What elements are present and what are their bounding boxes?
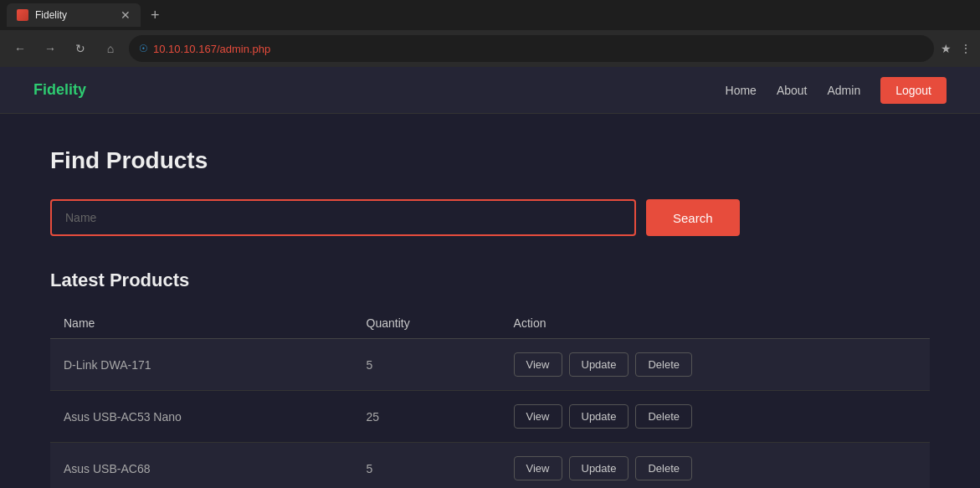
brand-f: F: [33, 81, 43, 98]
navbar: Fidelity Home About Admin Logout: [0, 67, 980, 114]
products-table: Name Quantity Action D-Link DWA-171 5 Vi…: [50, 308, 930, 488]
table-row: D-Link DWA-171 5 View Update Delete: [50, 339, 930, 391]
brand-rest: idelity: [43, 81, 86, 98]
page-title: Find Products: [50, 147, 930, 174]
search-button[interactable]: Search: [646, 199, 740, 236]
delete-button[interactable]: Delete: [635, 404, 692, 429]
security-icon: ☉: [139, 43, 148, 54]
address-bar[interactable]: ☉ 10.10.10.167/admin.php: [129, 35, 934, 62]
product-quantity: 5: [353, 339, 500, 391]
delete-button[interactable]: Delete: [635, 456, 692, 480]
nav-home[interactable]: Home: [726, 84, 757, 97]
view-button[interactable]: View: [514, 456, 562, 480]
logout-button[interactable]: Logout: [880, 77, 947, 104]
url-text: 10.10.10.167/admin.php: [153, 43, 270, 55]
home-button[interactable]: ⌂: [99, 37, 122, 60]
search-section: Search: [50, 199, 930, 236]
product-actions: View Update Delete: [500, 391, 930, 443]
col-action: Action: [500, 308, 930, 339]
tab-close-icon[interactable]: ✕: [121, 8, 131, 22]
tab-favicon: [17, 9, 28, 21]
latest-products-title: Latest Products: [50, 270, 930, 291]
table-row: Asus USB-AC53 Nano 25 View Update Delete: [50, 391, 930, 443]
col-quantity: Quantity: [353, 308, 500, 339]
main-content: Find Products Search Latest Products Nam…: [0, 114, 980, 488]
brand: Fidelity: [33, 81, 86, 99]
product-actions: View Update Delete: [500, 339, 930, 391]
update-button[interactable]: Update: [569, 456, 629, 480]
table-header-row: Name Quantity Action: [50, 308, 930, 339]
active-tab[interactable]: Fidelity ✕: [7, 3, 141, 27]
app-container: Fidelity Home About Admin Logout Find Pr…: [0, 67, 980, 488]
menu-icon[interactable]: ⋮: [960, 42, 972, 55]
nav-links: Home About Admin Logout: [726, 77, 947, 104]
browser-toolbar: ← → ↻ ⌂ ☉ 10.10.10.167/admin.php ★ ⋮: [0, 30, 980, 67]
product-name: D-Link DWA-171: [50, 339, 353, 391]
view-button[interactable]: View: [514, 404, 562, 429]
refresh-button[interactable]: ↻: [69, 37, 92, 60]
product-actions: View Update Delete: [500, 443, 930, 489]
new-tab-button[interactable]: +: [144, 7, 167, 24]
nav-admin[interactable]: Admin: [827, 84, 860, 97]
browser-titlebar: Fidelity ✕ +: [0, 0, 980, 30]
view-button[interactable]: View: [514, 352, 562, 377]
action-buttons: View Update Delete: [514, 456, 916, 480]
nav-about[interactable]: About: [777, 84, 808, 97]
update-button[interactable]: Update: [569, 352, 629, 377]
product-quantity: 25: [353, 391, 500, 443]
product-name: Asus USB-AC68: [50, 443, 353, 489]
tab-title: Fidelity: [35, 9, 67, 21]
search-input[interactable]: [50, 199, 636, 236]
table-row: Asus USB-AC68 5 View Update Delete: [50, 443, 930, 489]
bookmark-icon[interactable]: ★: [941, 42, 952, 55]
update-button[interactable]: Update: [569, 404, 629, 429]
browser-chrome: Fidelity ✕ + ← → ↻ ⌂ ☉ 10.10.10.167/admi…: [0, 0, 980, 67]
forward-button[interactable]: →: [38, 37, 62, 60]
toolbar-extra-icons: ★ ⋮: [941, 42, 972, 55]
delete-button[interactable]: Delete: [635, 352, 692, 377]
product-name: Asus USB-AC53 Nano: [50, 391, 353, 443]
action-buttons: View Update Delete: [514, 352, 916, 377]
back-button[interactable]: ←: [8, 37, 32, 60]
col-name: Name: [50, 308, 353, 339]
product-quantity: 5: [353, 443, 500, 489]
action-buttons: View Update Delete: [514, 404, 916, 429]
